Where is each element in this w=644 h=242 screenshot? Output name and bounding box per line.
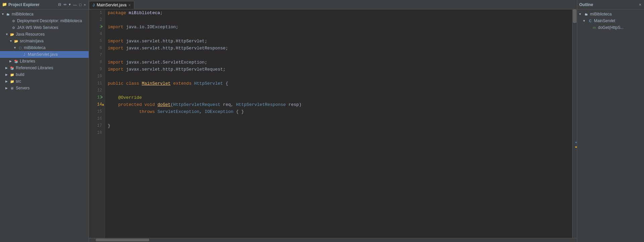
jaxws-icon: ⚙ [11,25,16,30]
code-line-9: import javax.servlet.http.HttpServletReq… [108,66,569,73]
line-num-2: 2 [92,16,102,24]
outline-item-doget[interactable]: m doGet(HttpS... [577,24,644,31]
view-menu-button[interactable]: ▾ [68,2,71,7]
tree-item-libraries[interactable]: ▶ 📚 Libraries [0,58,89,65]
folder-icon: 📁 [9,72,15,77]
outline-item-mainservlet[interactable]: ▼ C MainServlet [577,17,644,24]
outline-header: Outline × [577,0,644,9]
project-explorer-title: Project Explorer [8,2,56,7]
tree-arrow: ▼ [583,19,587,23]
tree-item-mainservlet[interactable]: J MainServlet.java [0,51,89,58]
line-num-7: 7 [92,52,102,59]
tree-arrow [17,53,21,56]
editor-tab-mainservlet[interactable]: J MainServlet.java × [89,1,134,9]
tree-label-mibiblioteca: miBiblioteca [12,12,34,16]
package-icon: ⬡ [17,45,23,50]
project-icon: 🖿 [5,11,11,17]
line-num-1: 1 [92,9,102,16]
line-num-10: 10 [92,73,102,80]
tree-label-src: src [16,79,21,84]
header-toolbar: ⊟ ⇔ ▾ — □ × [57,2,87,7]
code-line-6: import javax.servlet.http.HttpServletRes… [108,45,569,52]
project-explorer-icon: 📁 [2,2,7,7]
yellow-scroll-marker [575,147,577,148]
tree-label-deployment: Deployment Descriptor: miBiblioteca [17,18,82,23]
outline-class-icon: C [588,18,593,23]
tree-arrow [7,26,11,29]
outline-close-button[interactable]: × [638,2,642,7]
folder-icon: 📁 [9,79,15,84]
minimize-button[interactable]: — [72,2,78,7]
link-with-editor-button[interactable]: ⇔ [63,2,67,7]
tab-java-icon: J [93,3,95,7]
h-scroll-thumb[interactable] [96,239,149,241]
tree-item-java-resources[interactable]: ▼ 📂 Java Resources [0,31,89,38]
outline-label-doget: doGet(HttpS... [598,25,624,30]
tree-label-java-resources: Java Resources [16,32,45,37]
code-line-18 [108,129,569,136]
tab-label: MainServlet.java [97,3,127,7]
tree-label-src-main-java: src/main/java [20,39,44,43]
tree-item-build[interactable]: ▶ 📁 build [0,71,89,78]
java-file-icon: J [21,52,27,57]
line-numbers: 1 2 3 4 5 6 7 8 9 10 11 ● 12 13 14 15 16… [89,9,105,238]
tree-arrow: ▶ [5,80,9,83]
outline-item-mibiblioteca[interactable]: ▼ 🖿 miBiblioteca [577,11,644,17]
line-num-14: 14 [92,101,102,108]
folder-open-icon: 📂 [13,38,19,44]
vertical-scrollbar[interactable] [572,9,577,238]
line-num-9: 9 [92,66,102,73]
code-line-8: import javax.servlet.ServletException; [108,59,569,66]
tree-item-jaxws[interactable]: ⚙ JAX-WS Web Services [0,24,89,31]
editor-area: J MainServlet.java × 1 2 3 4 5 6 7 8 9 1… [89,0,577,242]
tree-item-servers[interactable]: ▶ 🖥 Servers [0,85,89,91]
horizontal-scrollbar[interactable] [89,238,577,242]
code-line-3: import java.io.IOException; [108,24,569,31]
close-panel-button[interactable]: × [83,2,87,7]
tree-item-mibiblioteca-pkg[interactable]: ▼ ⬡ miBiblioteca [0,44,89,51]
line-num-11: 11 ● [92,80,102,87]
tree-arrow: ▶ [5,73,9,76]
scroll-thumb[interactable] [573,9,577,23]
tree-arrow: ▼ [1,12,5,16]
tree-item-src-main-java[interactable]: ▼ 📂 src/main/java [0,38,89,44]
tree-item-src[interactable]: ▶ 📁 src [0,78,89,85]
tree-arrow: ▶ [5,66,9,70]
tree-label-mibiblioteca-pkg: miBiblioteca [24,45,46,50]
code-editor[interactable]: package miBiblioteca; import java.io.IOE… [105,9,572,238]
tree-label-servers: Servers [16,86,30,90]
tree-item-deployment[interactable]: ⚙ Deployment Descriptor: miBiblioteca [0,17,89,24]
line-num-5: 5 [92,38,102,45]
tree-arrow: ▶ [5,86,9,90]
line-num-3: 3 [92,24,102,31]
project-explorer-header: 📁 Project Explorer ⊟ ⇔ ▾ — □ × [0,0,89,9]
code-line-14: protected void doGet(HttpServletRequest … [108,101,569,108]
tree-item-referenced-libraries[interactable]: ▶ 📚 Referenced Libraries [0,65,89,71]
tree-arrow: ▼ [13,46,17,49]
tree-arrow: ▶ [9,59,13,63]
code-line-12 [108,87,569,94]
code-line-7 [108,52,569,59]
maximize-button[interactable]: □ [79,2,82,7]
folder-open-icon: 📂 [9,32,15,37]
tab-close-button[interactable]: × [129,3,131,7]
ref-libraries-icon: 📚 [9,65,15,71]
outline-method-icon: m [592,25,597,30]
outline-label-mibiblioteca: miBiblioteca [590,12,612,16]
code-line-11: public class MainServlet extends HttpSer… [108,80,569,87]
collapse-all-button[interactable]: ⊟ [57,2,62,7]
tree-item-mibiblioteca[interactable]: ▼ 🖿 miBiblioteca [0,11,89,17]
code-line-1: package miBiblioteca; [108,9,569,16]
code-line-15: throws ServletException, IOException { } [108,108,569,115]
tree-arrow: ▼ [579,12,583,16]
code-line-13: @Override [108,94,569,101]
line-num-12: 12 [92,87,102,94]
editor-content[interactable]: 1 2 3 4 5 6 7 8 9 10 11 ● 12 13 14 15 16… [89,9,577,238]
outline-title: Outline [579,2,638,7]
libraries-icon: 📚 [13,58,19,64]
code-line-10 [108,73,569,80]
line-num-15: 15 [92,108,102,115]
tree-label-referenced-libraries: Referenced Libraries [16,66,53,70]
outline-panel: Outline × ▼ 🖿 miBiblioteca ▼ C MainServl… [577,0,644,242]
line-num-13: 13 [92,94,102,101]
